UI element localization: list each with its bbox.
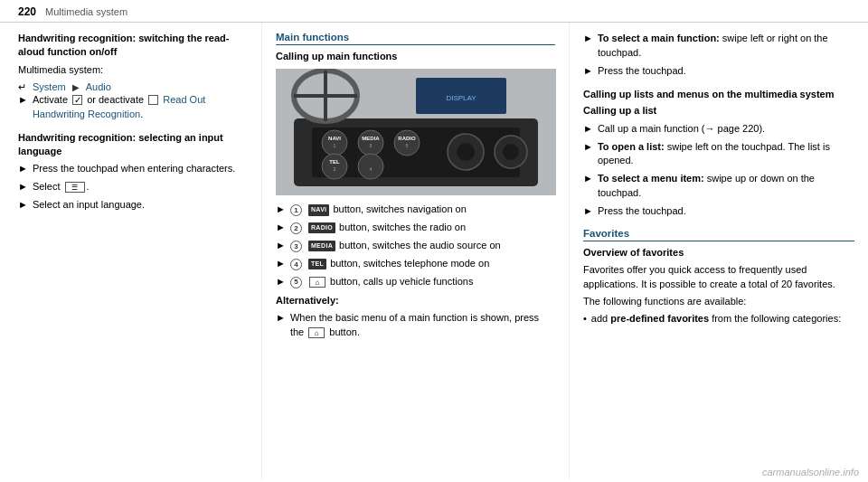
overview-heading: Overview of favorites (583, 246, 854, 260)
section-select-function: ► To select a main function: swipe left … (583, 32, 854, 79)
page-title: Multimedia system (45, 6, 127, 17)
checkbox-empty (148, 95, 158, 105)
nav-system-link[interactable]: System (33, 81, 66, 92)
arrow-icon-2: ► (18, 162, 28, 176)
section-readout: Handwriting recognition: switching the r… (18, 32, 248, 122)
nav-arrow-1: ▶ (72, 82, 80, 92)
arrow-icon-4: ► (18, 198, 28, 213)
activate-item: ► Activate or deactivate Read Out Handwr… (18, 93, 248, 122)
checkbox-checked (72, 95, 82, 105)
content: Handwriting recognition: switching the r… (0, 23, 868, 479)
open-list-label: To open a list: (598, 141, 665, 152)
page-number: 220 (18, 5, 36, 18)
arrow-r3: ► (583, 122, 593, 137)
svg-text:2: 2 (334, 166, 336, 172)
select-menu-item: ► To select a menu item: swipe up or dow… (583, 172, 854, 201)
arrow-b1: ► (276, 203, 286, 217)
select-menu-text: To select a menu item: swipe up or down … (598, 172, 854, 201)
activate-text: Activate or deactivate Read Out Handwrit… (33, 93, 205, 122)
swipe-label: To select a main function: (598, 33, 720, 43)
button-text-3: 3 MEDIA button, switches the audio sourc… (290, 239, 501, 253)
select-language-text: Select an input language. (33, 198, 145, 213)
calling-lists-heading: Calling up lists and menus on the multim… (583, 88, 854, 101)
select-menu-label: To select a menu item: (598, 173, 704, 184)
button-item-5: ► 5 ⌂ button, calls up vehicle functions (276, 275, 555, 289)
circle-num-3: 3 (290, 241, 302, 252)
button-text-2: 2 RADIO button, switches the radio on (290, 221, 466, 235)
section-calling-lists: Calling up lists and menus on the multim… (583, 88, 854, 219)
navi-badge: NAVI (308, 204, 329, 215)
button-item-4: ► 4 TEL button, switches telephone mode … (276, 257, 555, 271)
section-favorites: Favorites Overview of favorites Favorite… (583, 228, 854, 326)
read-out-link[interactable]: Read Out (163, 94, 205, 105)
arrow-b5: ► (276, 275, 286, 289)
bullet-text-1: add pre-defined favorites from the follo… (591, 312, 841, 326)
press-touchpad-right2-text: Press the touchpad. (598, 204, 686, 219)
section-heading-2: Handwriting recognition: selecting an in… (18, 131, 248, 159)
svg-point-20 (503, 144, 519, 160)
arrow-r1: ► (583, 32, 593, 61)
media-badge: MEDIA (308, 241, 335, 251)
arrow-icon-1: ► (18, 93, 28, 122)
calling-up-heading: Calling up main functions (276, 50, 555, 63)
open-list-item: ► To open a list: swipe left on the touc… (583, 140, 854, 169)
press-touchpad-item: ► Press the touchpad when entering chara… (18, 162, 248, 176)
handwriting-recognition-link[interactable]: Handwriting Recognition (33, 109, 140, 119)
arrow-b4: ► (276, 257, 286, 271)
arrow-b2: ► (276, 221, 286, 235)
button-text-5: 5 ⌂ button, calls up vehicle functions (290, 275, 474, 289)
svg-text:5: 5 (406, 143, 409, 148)
svg-text:4: 4 (370, 166, 373, 172)
svg-text:MEDIA: MEDIA (362, 136, 380, 141)
circle-num-2: 2 (290, 222, 302, 234)
button-text-4: 4 TEL button, switches telephone mode on (290, 257, 489, 271)
arrow-alt: ► (276, 311, 286, 340)
button-text-1: 1 NAVI button, switches navigation on (290, 203, 467, 217)
favorites-desc2: The following functions are available: (583, 295, 854, 309)
call-main-item: ► Call up a main function (→ page 220). (583, 122, 854, 137)
svg-text:NAVI: NAVI (328, 136, 341, 141)
nav-audio-link[interactable]: Audio (86, 81, 111, 92)
dashboard-svg: NAVI 1 TEL 2 MEDIA 3 4 RADIO 5 (276, 69, 556, 195)
calling-list-subheading: Calling up a list (583, 104, 854, 118)
svg-text:TEL: TEL (329, 159, 340, 165)
section-input-language: Handwriting recognition: selecting an in… (18, 131, 248, 213)
circle-num-1: 1 (290, 204, 302, 216)
bullet-dot-1: • (583, 312, 587, 326)
button-item-1: ► 1 NAVI button, switches navigation on (276, 203, 555, 217)
arrow-icon-3: ► (18, 180, 28, 194)
left-column: Handwriting recognition: switching the r… (0, 23, 262, 479)
open-list-text: To open a list: swipe left on the touchp… (598, 140, 854, 169)
press-touchpad-right-text: Press the touchpad. (598, 64, 686, 79)
button-item-2: ► 2 RADIO button, switches the radio on (276, 221, 555, 235)
swipe-item: ► To select a main function: swipe left … (583, 32, 854, 61)
tel-badge: TEL (308, 259, 326, 269)
svg-text:RADIO: RADIO (398, 136, 416, 141)
favorites-heading: Favorites (583, 228, 854, 241)
bullet-predef: • add pre-defined favorites from the fol… (583, 312, 854, 326)
main-functions-heading: Main functions (276, 32, 555, 45)
arrow-b3: ► (276, 239, 286, 253)
button-list: ► 1 NAVI button, switches navigation on … (276, 203, 555, 289)
arrow-r2: ► (583, 64, 593, 79)
section-heading-1: Handwriting recognition: switching the r… (18, 32, 248, 60)
circle-num-4: 4 (290, 259, 302, 270)
press-touchpad-right2: ► Press the touchpad. (583, 204, 854, 219)
select-language-item: ► Select an input language. (18, 198, 248, 213)
middle-column: Main functions Calling up main functions (262, 23, 570, 479)
nav-return-icon: ↵ (18, 81, 26, 93)
button-item-3: ► 3 MEDIA button, switches the audio sou… (276, 239, 555, 253)
press-touchpad-right: ► Press the touchpad. (583, 64, 854, 79)
radio-badge: RADIO (308, 222, 335, 233)
arrow-r5: ► (583, 172, 593, 201)
home-button-alt: ⌂ (308, 327, 325, 338)
select-icon: ☰ (65, 182, 85, 193)
svg-text:3: 3 (370, 143, 373, 148)
right-column: ► To select a main function: swipe left … (570, 23, 868, 479)
alternatively-item: ► When the basic menu of a main function… (276, 311, 555, 340)
svg-text:1: 1 (334, 143, 336, 148)
breadcrumb-label: Multimedia system: (18, 63, 248, 78)
alternatively-text: When the basic menu of a main function i… (290, 311, 555, 340)
favorites-desc1: Favorites offer you quick access to freq… (583, 263, 854, 292)
select-text: Select ☰. (33, 180, 90, 194)
